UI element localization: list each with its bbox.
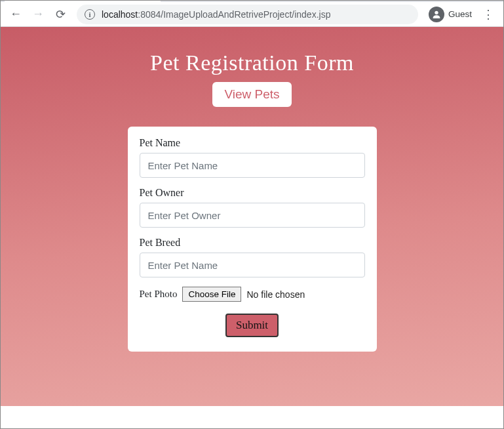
field-pet-owner: Pet Owner — [140, 187, 365, 228]
profile-chip[interactable]: Guest — [425, 7, 476, 22]
pet-breed-label: Pet Breed — [140, 237, 365, 249]
file-status-text: No file chosen — [246, 289, 305, 300]
form-card: Pet Name Pet Owner Pet Breed Pet Photo C… — [128, 127, 377, 352]
omnibox[interactable]: i localhost:8084/ImageUploadAndRetrivePr… — [77, 5, 418, 24]
pet-photo-label: Pet Photo — [140, 289, 178, 300]
back-button[interactable]: ← — [6, 5, 26, 24]
reload-button[interactable]: ⟳ — [50, 5, 70, 24]
url-host: localhost — [102, 9, 138, 20]
kebab-menu-icon[interactable]: ⋮ — [478, 7, 498, 22]
view-pets-button[interactable]: View Pets — [212, 82, 291, 107]
window-controls: ⌄ — □ ✕ — [385, 0, 501, 1]
url-path: :8084/ImageUploadAndRetriveProject/index… — [138, 9, 330, 20]
submit-button[interactable]: Submit — [225, 314, 279, 337]
field-pet-photo: Pet Photo Choose File No file chosen — [140, 287, 365, 302]
tab-strip: localhost:8084/ImageUploadAnd × + ⌄ — □ … — [1, 0, 503, 2]
site-info-icon[interactable]: i — [85, 9, 95, 20]
field-pet-breed: Pet Breed — [140, 237, 365, 277]
profile-label: Guest — [448, 9, 472, 19]
url-text: localhost:8084/ImageUploadAndRetriveProj… — [102, 9, 330, 20]
pet-breed-input[interactable] — [140, 253, 365, 277]
page-title: Pet Registration Form — [150, 51, 354, 75]
field-pet-name: Pet Name — [140, 137, 365, 178]
pet-name-input[interactable] — [140, 153, 365, 178]
new-tab-button[interactable]: + — [166, 0, 184, 1]
choose-file-button[interactable]: Choose File — [182, 287, 241, 302]
browser-tab[interactable]: localhost:8084/ImageUploadAnd × — [5, 0, 161, 2]
forward-button[interactable]: → — [28, 5, 48, 24]
page-body: Pet Registration Form View Pets Pet Name… — [1, 27, 503, 406]
pet-owner-label: Pet Owner — [140, 187, 365, 199]
address-bar: ← → ⟳ i localhost:8084/ImageUploadAndRet… — [1, 2, 503, 27]
pet-name-label: Pet Name — [140, 137, 365, 149]
pet-owner-input[interactable] — [140, 203, 365, 228]
submit-row: Submit — [140, 314, 365, 337]
svg-point-0 — [435, 10, 438, 14]
avatar-icon — [429, 7, 444, 22]
